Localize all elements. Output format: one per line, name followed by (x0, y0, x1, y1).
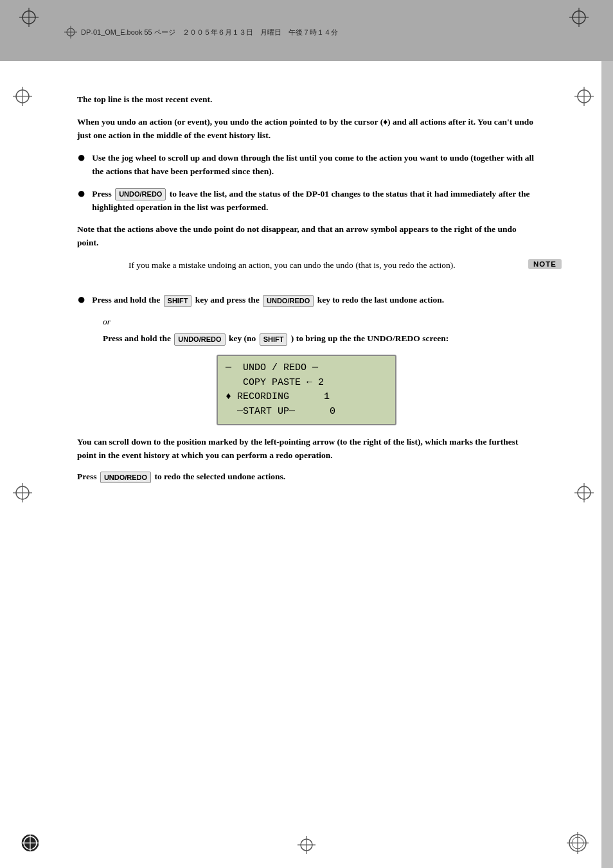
bottom-page-corner-c (298, 836, 315, 856)
bottom-page-corner-l (19, 832, 41, 856)
press-hold-part1: Press and hold the (103, 333, 171, 343)
last-press-part1: Press (77, 472, 97, 481)
press-hold-key2: SHIFT (260, 333, 288, 346)
top-header-region: DP-01_OM_E.book 55 ページ ２００５年６月１３日 月曜日 午後… (0, 0, 613, 61)
page-wrapper: DP-01_OM_E.book 55 ページ ２００５年６月１３日 月曜日 午後… (0, 0, 613, 868)
main-content: The top line is the most recent event. W… (0, 74, 613, 518)
last-press-key: UNDO/REDO (100, 472, 151, 484)
white-strip (0, 61, 613, 74)
page-corner-bl (13, 483, 32, 505)
page-corner-tr (574, 87, 594, 109)
bullet3-key2: UNDO/REDO (263, 295, 314, 307)
lcd-line-4: ─START UP─ 0 (226, 405, 387, 420)
press-hold-part2: ) to bring up the the UNDO/REDO screen: (291, 333, 449, 343)
bullet-text-2: Press UNDO/REDO to leave the list, and t… (92, 188, 536, 215)
page-corner-br (574, 483, 594, 505)
header-corner-tr (569, 8, 589, 30)
or-text: or (103, 317, 536, 327)
paragraph-1: The top line is the most recent event. (77, 93, 536, 107)
page-corner-tl (13, 87, 32, 109)
press-hold-line: Press and hold the UNDO/REDO key (no SHI… (77, 332, 536, 346)
note-text: If you make a mistake undoing an action,… (77, 259, 536, 272)
press-hold-mid: key (no (229, 333, 256, 343)
bullet-item-1: ● Use the jog wheel to scroll up and dow… (77, 152, 536, 179)
press-hold-key: UNDO/REDO (174, 333, 225, 346)
header-file-info: DP-01_OM_E.book 55 ページ ２００５年６月１３日 月曜日 午後… (81, 28, 338, 37)
bullet-dot-3: ● (77, 291, 85, 308)
note-section: NOTE If you make a mistake undoing an ac… (77, 259, 536, 285)
note-bold-paragraph: Note that the actions above the undo poi… (77, 223, 536, 250)
bullet-text-3: Press and hold the SHIFT key and press t… (92, 294, 444, 307)
lcd-line-1: ─ UNDO / REDO ─ (226, 361, 387, 376)
bullet2-key: UNDO/REDO (115, 188, 166, 200)
scroll-desc: You can scroll down to the position mark… (77, 436, 536, 463)
header-corner-tl (19, 8, 39, 30)
bottom-page-corner-r (567, 832, 589, 856)
note-badge: NOTE (528, 259, 562, 269)
header-inline-crosshair (64, 26, 77, 39)
bullet-item-2: ● Press UNDO/REDO to leave the list, and… (77, 188, 536, 215)
bullet3-mid: key and press the (195, 295, 260, 305)
bullet3-part1: Press and hold the (92, 295, 160, 305)
paragraph-2: When you undo an action (or event), you … (77, 116, 536, 143)
bullet-dot-1: ● (77, 149, 85, 166)
press-hold-text: Press and hold the UNDO/REDO key (no SHI… (103, 332, 449, 346)
lcd-line-2: COPY PASTE ← 2 (226, 376, 387, 391)
bullet-text-1: Use the jog wheel to scroll up and down … (92, 152, 536, 179)
lcd-screen: ─ UNDO / REDO ─ COPY PASTE ← 2 ♦ RECORDI… (217, 355, 396, 425)
bullet2-part1: Press (92, 189, 112, 199)
note-inner: NOTE If you make a mistake undoing an ac… (77, 259, 536, 285)
bullet3-part2: key to redo the last undone action. (317, 295, 444, 305)
bullet-dot-2: ● (77, 185, 85, 202)
lcd-line-3: ♦ RECORDING 1 (226, 390, 387, 405)
bullet-item-3: ● Press and hold the SHIFT key and press… (77, 294, 536, 308)
last-press-part2: to redo the selected undone actions. (154, 472, 285, 481)
bullet3-key1: SHIFT (164, 295, 192, 307)
last-press-line: Press UNDO/REDO to redo the selected und… (77, 470, 536, 483)
